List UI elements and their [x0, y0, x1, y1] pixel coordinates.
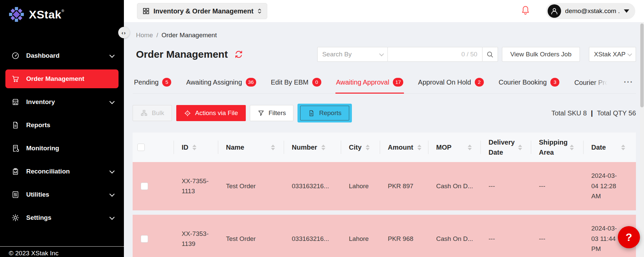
filters-button[interactable]: Filters [250, 105, 294, 121]
view-bulk-orders-job-button[interactable]: View Bulk Orders Job [502, 47, 580, 62]
cell-shipping-area: --- [531, 162, 583, 210]
sidebar-item-inventory[interactable]: Inventory [5, 93, 119, 111]
chevron-down-icon [109, 168, 115, 173]
sidebar-footer: © 2023 XStak Inc [0, 246, 124, 257]
sidebar-item-utilities[interactable]: Utilities [5, 185, 119, 204]
tabs-more-button[interactable]: ··· [623, 76, 635, 93]
tab-awaiting-approval[interactable]: Awaiting Approval17 [335, 76, 404, 93]
actions-via-file-button[interactable]: Actions via File [176, 105, 246, 121]
refresh-icon[interactable] [234, 50, 243, 59]
tab-count-badge: 36 [246, 78, 256, 87]
column-header-name: Name [218, 133, 284, 162]
chevron-down-icon [379, 52, 384, 56]
reports-highlight: Reports [297, 104, 352, 122]
cell-name: Test Order [218, 162, 284, 210]
tab-approval-on-hold[interactable]: Approval On Hold2 [417, 76, 485, 93]
funnel-icon [258, 110, 265, 117]
title-row: Order Management Search By 0 / 50 [136, 47, 636, 62]
dashboard-icon [11, 52, 19, 60]
select-all-checkbox[interactable] [137, 144, 145, 151]
sidebar-item-monitoring[interactable]: Monitoring [5, 139, 119, 158]
help-button[interactable]: ? [618, 226, 640, 248]
totals-separator: | [591, 109, 593, 117]
app-selector[interactable]: Inventory & Order Management [137, 3, 267, 19]
tab-awaiting-assigning[interactable]: Awaiting Assigning36 [185, 76, 257, 93]
sort-icon[interactable] [570, 145, 574, 150]
tab-edit-by-ebm[interactable]: Edit By EBM0 [270, 76, 322, 93]
avatar [548, 4, 561, 18]
table-row[interactable]: XX-7355-1113 Test Order 033163216... Lah… [133, 162, 636, 210]
row-checkbox[interactable] [141, 183, 148, 190]
tab-pending[interactable]: Pending5 [133, 76, 172, 93]
sort-icon[interactable] [366, 145, 370, 150]
search-input[interactable] [393, 51, 461, 58]
sort-icon[interactable] [518, 145, 522, 150]
sidebar-item-label: Inventory [26, 98, 55, 106]
sidebar-item-label: Reconciliation [26, 168, 70, 175]
tab-count-badge: 17 [393, 78, 403, 87]
sidebar-item-label: Order Management [26, 75, 84, 83]
sidebar-item-reports[interactable]: Reports [5, 116, 119, 135]
sidebar-item-settings[interactable]: Settings [5, 208, 119, 227]
cell-city: Lahore [341, 215, 380, 257]
cell-amount: PKR 897 [380, 162, 428, 210]
sitemap-icon [140, 109, 148, 117]
sidebar-item-reconciliation[interactable]: Reconciliation [5, 162, 119, 181]
reports-button[interactable]: Reports [300, 106, 349, 120]
sort-icon[interactable] [192, 145, 196, 150]
cell-delivery-date: --- [480, 162, 531, 210]
chevron-down-icon [627, 52, 632, 56]
column-header-number: Number [284, 133, 341, 162]
tab-count-badge: 0 [312, 78, 321, 87]
user-email: demo@xstak.com . [565, 7, 620, 15]
search-button[interactable] [482, 47, 498, 62]
user-menu[interactable]: demo@xstak.com . [546, 3, 635, 19]
search-counter: 0 / 50 [461, 51, 477, 58]
totals-summary: Total SKU 8 | Total QTY 56 [551, 109, 636, 117]
search-by-placeholder: Search By [322, 51, 352, 58]
scrollbar-thumb[interactable] [640, 23, 644, 107]
cell-city: Lahore [341, 162, 380, 210]
bulk-button[interactable]: Bulk [133, 105, 172, 121]
sidebar-item-dashboard[interactable]: Dashboard [5, 46, 119, 65]
orders-table: ID Name Number City Amount MOP Delivery … [133, 133, 636, 257]
app-selector-label: Inventory & Order Management [153, 7, 254, 15]
sidebar-item-order-management[interactable]: Order Management [5, 69, 119, 88]
sort-icon[interactable] [417, 145, 421, 150]
search-by-select[interactable]: Search By [317, 47, 388, 62]
breadcrumb: Home / Order Management [136, 32, 636, 39]
grid-icon [143, 8, 149, 14]
caret-down-icon [624, 9, 629, 13]
help-question-label: ? [626, 231, 632, 244]
sidebar-collapse-button[interactable]: ‹› [118, 27, 130, 38]
sidebar-item-label: Reports [26, 121, 50, 129]
sort-icon[interactable] [271, 145, 275, 150]
cell-mop: Cash On D... [428, 215, 480, 257]
total-sku: Total SKU 8 [551, 109, 587, 117]
sidebar-nav: Dashboard Order Management Inventory [0, 46, 124, 227]
column-header-id: ID [174, 133, 218, 162]
monitoring-icon [11, 144, 19, 152]
row-checkbox[interactable] [141, 235, 148, 243]
header-checkbox-cell [133, 133, 174, 162]
tab-courier-booking[interactable]: Courier Booking3 [498, 76, 560, 93]
sort-icon[interactable] [621, 145, 625, 150]
chevron-down-icon [109, 214, 115, 220]
column-header-delivery-date: Delivery Date [480, 133, 531, 162]
tab-courier-processing[interactable]: Courier Processing [573, 77, 610, 93]
table-row[interactable]: XX-7353-1139 Test Order 033163216... Lah… [133, 215, 636, 257]
notification-bell-icon[interactable] [521, 5, 531, 17]
sort-icon[interactable] [468, 145, 472, 150]
sidebar-item-label: Settings [26, 214, 51, 221]
cell-number: 033163216... [284, 162, 341, 210]
app-root: XStak® Dashboard Order Management [0, 0, 644, 257]
column-header-amount: Amount [380, 133, 428, 162]
sort-icon[interactable] [321, 145, 325, 150]
sidebar-item-label: Monitoring [26, 145, 59, 152]
sliders-icon [11, 191, 19, 199]
breadcrumb-home[interactable]: Home [136, 32, 153, 39]
xstak-xap-select[interactable]: XStak XAP [589, 47, 636, 62]
cell-amount: PKR 968 [380, 215, 428, 257]
chevron-down-icon [109, 52, 115, 58]
report-icon [11, 121, 19, 129]
